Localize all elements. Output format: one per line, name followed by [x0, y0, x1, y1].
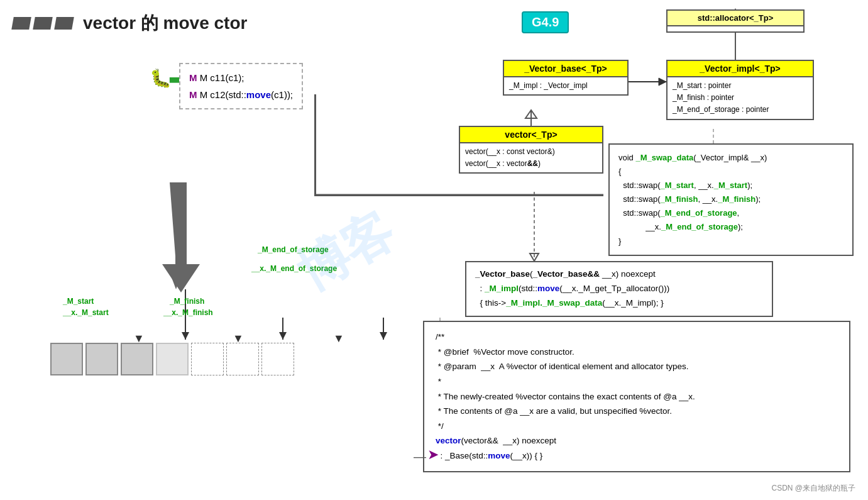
mem-cell-4 — [156, 343, 189, 375]
vbase-title: _Vector_base — [524, 64, 581, 74]
dash-separator: — — [414, 450, 426, 464]
swap-params: (_Vector_impl& __x) — [693, 153, 767, 162]
vbase-tp: <_Tp> — [581, 64, 607, 74]
vbase-move-line3: { this->_M_impl._M_swap_data(__x._M_impl… — [475, 296, 763, 311]
label-m-start: _M_start — [63, 297, 94, 306]
mem-cell-1 — [50, 343, 83, 375]
swap-brace-open: { — [618, 165, 843, 179]
swap-line-4: __x._M_end_of_storage); — [618, 220, 843, 234]
mem-cell-5 — [191, 343, 224, 375]
svg-marker-5 — [525, 110, 537, 118]
vbase-move-param: _Vector_base&& — [533, 269, 600, 279]
doc-line-8: vector(vector&& __x) noexcept — [436, 433, 838, 448]
vertical-line-left — [314, 94, 316, 195]
vector-tp: <_Tp> — [531, 130, 557, 140]
vbase-move-line1: _Vector_base(_Vector_base&& __x) noexcep… — [475, 267, 763, 282]
vbase-body: _M_impl : _Vector_impl — [504, 77, 627, 94]
doc-line-4: * — [436, 374, 838, 389]
vimpl-title: _Vector_impl — [700, 64, 754, 74]
vector-uml-box: vector<_Tp> vector(__x : const vector&) … — [459, 126, 603, 174]
vbase-move-swap: _M_impl._M_swap_data — [506, 298, 602, 308]
code-c12-prefix: M c12(std:: — [200, 89, 246, 100]
arrow-to-cell-3: ▼ — [333, 332, 344, 345]
vbase-header: _Vector_base<_Tp> — [504, 61, 627, 77]
code-call-box: M M c11(c1); M M c12(std::move(c1)); — [179, 63, 303, 109]
allocator-header: std::allocator<_Tp> — [667, 11, 803, 26]
swap-brace-close: } — [618, 235, 843, 248]
doc-line-9: : _Base(std::move(__x)) { } — [436, 448, 838, 464]
mem-cell-3 — [121, 343, 153, 375]
vector-header: vector<_Tp> — [460, 127, 602, 143]
vbase-uml-box: _Vector_base<_Tp> _M_impl : _Vector_impl — [503, 60, 629, 96]
vector-ctor-1: vector(__x : const vector&) — [465, 146, 597, 158]
code-line-2: M M c12(std::move(c1)); — [189, 86, 293, 103]
swap-code-box: void _M_swap_data(_Vector_impl& __x) { s… — [608, 143, 854, 256]
label-m-finish: _M_finish — [170, 297, 204, 306]
big-down-arrow — [162, 182, 200, 292]
doc-line-3: * @param __x A %vector of identical elem… — [436, 359, 838, 374]
code-move: move — [246, 89, 271, 100]
vector-ctor-2: vector(__x : vector&&) — [465, 158, 597, 170]
svg-marker-9 — [182, 332, 189, 340]
vector-title: vector — [505, 130, 531, 140]
g49-badge: G4.9 — [522, 11, 569, 33]
header-icons — [13, 17, 73, 30]
code-c12-suffix: (c1)); — [271, 89, 293, 100]
svg-marker-13 — [380, 332, 387, 340]
doc-line-1: /** — [436, 330, 838, 345]
arrow-to-cell-1: ▼ — [133, 332, 145, 345]
swap-line-3: std::swap(_M_end_of_storage, — [618, 206, 843, 220]
doc-line-2: * @brief %Vector move constructor. — [436, 345, 838, 360]
vbase-move-box: _Vector_base(_Vector_base&& __x) noexcep… — [465, 261, 773, 317]
vimpl-field-3: _M_end_of_storage : pointer — [673, 104, 808, 116]
icon-block-3 — [54, 17, 74, 30]
vector-body: vector(__x : const vector&) vector(__x :… — [460, 143, 602, 172]
icon-block-1 — [11, 17, 31, 30]
code-m1: M — [189, 72, 197, 83]
mem-cell-2 — [85, 343, 118, 375]
big-arrow-svg — [162, 182, 200, 292]
allocator-uml-box: std::allocator<_Tp> — [666, 9, 805, 33]
svg-marker-20 — [162, 264, 200, 292]
doc-vector-func: vector — [436, 436, 461, 445]
page-title: vector 的 move ctor — [83, 11, 247, 35]
vimpl-field-2: _M_finish : pointer — [673, 92, 808, 104]
swap-title-line: void _M_swap_data(_Vector_impl& __x) — [618, 151, 843, 165]
footer-credit: CSDN @来自地狱的瓶子 — [771, 483, 855, 494]
swap-func-name: _M_swap_data — [635, 153, 693, 162]
allocator-title: std::allocator<_Tp> — [698, 13, 774, 23]
vimpl-header: _Vector_impl<_Tp> — [667, 61, 813, 77]
purple-arrow-right: ➤ — [427, 447, 439, 463]
code-line-1: M M c11(c1); — [189, 69, 293, 86]
doc-line-6: * The contents of @a __x are a valid, bu… — [436, 404, 838, 419]
svg-marker-3 — [659, 78, 666, 86]
doc-line-7: */ — [436, 419, 838, 434]
doc-line-5: * The newly-created %vector contains the… — [436, 389, 838, 404]
vbase-field: _M_impl : _Vector_impl — [509, 80, 622, 92]
code-m2: M — [189, 89, 197, 100]
mem-cell-7 — [261, 343, 294, 375]
label-xx-m-end: __x._M_end_of_storage — [251, 264, 337, 273]
allocator-body — [667, 26, 803, 31]
vbase-move-class: _Vector_base — [475, 269, 530, 279]
arrow-to-cell-2: ▼ — [233, 332, 244, 345]
label-xx-m-start: __x._M_start — [63, 308, 109, 317]
vimpl-field-1: _M_start : pointer — [673, 80, 808, 92]
mem-cell-6 — [226, 343, 259, 375]
vbase-move-impl: _M_impl — [485, 284, 519, 293]
icon-block-2 — [33, 17, 53, 30]
memory-cells — [50, 343, 294, 375]
svg-marker-15 — [530, 253, 539, 261]
vimpl-tp: <_Tp> — [754, 64, 780, 74]
doc-box: /** * @brief %Vector move constructor. *… — [423, 321, 850, 472]
swap-void: void — [618, 153, 635, 162]
page-container: vector 的 move ctor G4.9 — [0, 0, 868, 500]
vimpl-body: _M_start : pointer _M_finish : pointer _… — [667, 77, 813, 119]
swap-line-1: std::swap(_M_start, __x._M_start); — [618, 179, 843, 192]
swap-line-2: std::swap(_M_finish, __x._M_finish); — [618, 192, 843, 206]
code-c11: M c11(c1); — [200, 72, 244, 83]
label-xx-m-finish: __x._M_finish — [163, 308, 213, 317]
horizontal-line — [314, 194, 603, 196]
vbase-move-move: move — [537, 284, 559, 293]
svg-marker-11 — [279, 332, 287, 340]
